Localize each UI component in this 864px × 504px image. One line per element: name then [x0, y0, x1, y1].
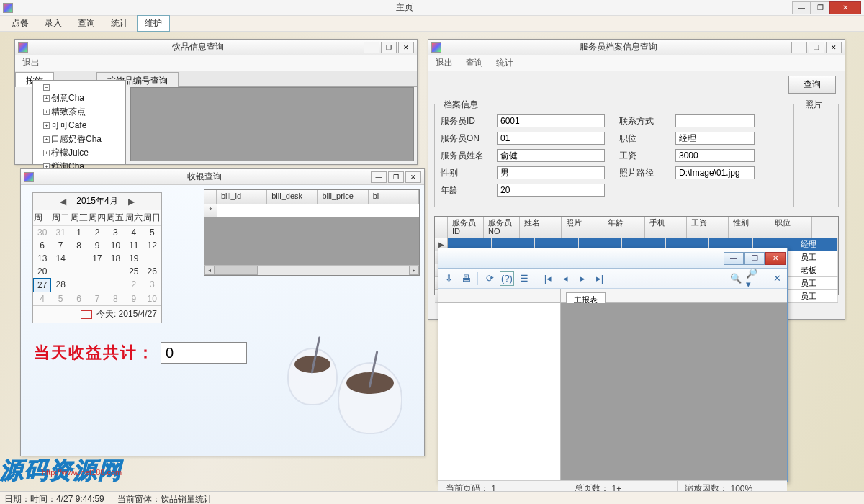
- tree-expander-icon[interactable]: +: [43, 150, 50, 156]
- input-waiter-on[interactable]: [497, 132, 605, 145]
- tree-item[interactable]: +创意Cha: [36, 91, 122, 105]
- input-waiter-id[interactable]: [497, 114, 605, 127]
- column-header[interactable]: 性别: [729, 217, 770, 238]
- input-waiter-name[interactable]: [497, 149, 605, 162]
- menu-统计[interactable]: 统计: [104, 16, 135, 31]
- report-tree-pane[interactable]: [438, 303, 561, 480]
- close-button[interactable]: ✕: [405, 171, 421, 183]
- input-contact[interactable]: [675, 114, 755, 127]
- close-button[interactable]: ✕: [826, 42, 842, 53]
- calendar-day[interactable]: [88, 278, 106, 292]
- calendar-day[interactable]: 19: [125, 252, 143, 265]
- calendar-day[interactable]: 10: [107, 239, 125, 252]
- calendar-day[interactable]: 20: [33, 265, 51, 278]
- maximize-button[interactable]: ❐: [811, 1, 829, 14]
- menu-统计[interactable]: 统计: [493, 55, 516, 71]
- calendar-day[interactable]: 6: [70, 292, 88, 305]
- calendar-day[interactable]: 9: [125, 292, 143, 305]
- close-button[interactable]: ✕: [765, 252, 786, 265]
- menu-退出[interactable]: 退出: [433, 55, 456, 71]
- help-icon[interactable]: (?): [500, 271, 514, 286]
- calendar-day[interactable]: 12: [143, 239, 161, 252]
- menu-exit[interactable]: 退出: [19, 55, 42, 71]
- minimize-button[interactable]: —: [371, 171, 387, 183]
- calendar-day[interactable]: [70, 252, 88, 265]
- column-header[interactable]: 照片: [562, 217, 603, 238]
- calendar-day[interactable]: 7: [51, 239, 69, 252]
- column-header[interactable]: 姓名: [520, 217, 562, 238]
- close-button[interactable]: ✕: [398, 42, 414, 53]
- menu-录入[interactable]: 录入: [37, 16, 69, 31]
- last-page-icon[interactable]: ▸|: [593, 271, 607, 286]
- calendar-day[interactable]: [107, 265, 125, 278]
- calendar-day[interactable]: 18: [107, 252, 125, 265]
- calendar-day[interactable]: 11: [125, 239, 143, 252]
- prev-month-button[interactable]: ◀: [55, 197, 71, 207]
- first-page-icon[interactable]: |◂: [541, 271, 555, 286]
- tree-item[interactable]: +精致茶点: [36, 105, 122, 119]
- minimize-button[interactable]: —: [724, 252, 744, 265]
- tree-item[interactable]: +口感奶香Cha: [36, 132, 122, 146]
- date-picker-calendar[interactable]: ◀ 2015年4月 ▶ 周一周二周三周四周五周六周日 3031123456789…: [32, 192, 162, 323]
- column-header[interactable]: bill_id: [217, 190, 267, 204]
- input-age[interactable]: [497, 184, 605, 197]
- group-tree-icon[interactable]: ☰: [517, 271, 531, 286]
- tree-item[interactable]: +柠檬Juice: [36, 146, 122, 160]
- tree-item[interactable]: +可可Cafe: [36, 119, 122, 132]
- column-header[interactable]: bill_price: [318, 190, 368, 204]
- input-gender[interactable]: [497, 166, 605, 179]
- calendar-day[interactable]: 25: [125, 265, 143, 278]
- minimize-button[interactable]: —: [364, 42, 379, 53]
- calendar-day[interactable]: [70, 265, 88, 278]
- calendar-day[interactable]: 26: [143, 265, 161, 278]
- calendar-day[interactable]: 4: [125, 226, 143, 239]
- column-header[interactable]: 服务员NO: [484, 217, 520, 238]
- calendar-day[interactable]: 6: [33, 239, 51, 252]
- scroll-right-button[interactable]: ▸: [409, 266, 419, 275]
- search-icon[interactable]: 🔍: [729, 271, 743, 286]
- horizontal-scrollbar[interactable]: ◂ ▸: [204, 265, 419, 275]
- drink-grid-empty[interactable]: [130, 87, 414, 161]
- input-salary[interactable]: [675, 149, 755, 162]
- column-header[interactable]: 年龄: [603, 217, 645, 238]
- column-header[interactable]: bill_desk: [267, 190, 318, 204]
- tree-expander-icon[interactable]: +: [43, 122, 50, 129]
- calendar-day[interactable]: 27: [33, 278, 51, 292]
- calendar-day[interactable]: 2: [125, 278, 143, 292]
- calendar-day[interactable]: 7: [88, 292, 106, 305]
- close-pane-icon[interactable]: ✕: [770, 271, 784, 286]
- column-header[interactable]: 服务员ID: [448, 217, 484, 238]
- column-header[interactable]: 职位: [770, 217, 812, 238]
- calendar-day[interactable]: 28: [51, 278, 69, 292]
- calendar-day[interactable]: 14: [51, 252, 69, 265]
- calendar-day[interactable]: 3: [143, 278, 161, 292]
- print-icon[interactable]: 🖶: [459, 271, 473, 286]
- next-page-icon[interactable]: ▸: [575, 271, 590, 286]
- calendar-day[interactable]: 3: [107, 226, 125, 239]
- maximize-button[interactable]: ❐: [388, 171, 404, 183]
- column-header[interactable]: bi: [369, 190, 419, 204]
- minimize-button[interactable]: —: [792, 1, 811, 14]
- calendar-day[interactable]: [88, 265, 106, 278]
- calendar-day[interactable]: 8: [70, 239, 88, 252]
- scroll-left-button[interactable]: ◂: [204, 266, 215, 275]
- calendar-day[interactable]: 17: [88, 252, 106, 265]
- menu-点餐[interactable]: 点餐: [4, 16, 36, 31]
- calendar-day[interactable]: [70, 278, 88, 292]
- export-icon[interactable]: ⇩: [441, 271, 456, 286]
- tree-expander-icon[interactable]: +: [43, 136, 50, 143]
- calendar-day[interactable]: 5: [143, 226, 161, 239]
- menu-维护[interactable]: 维护: [137, 15, 170, 32]
- tree-expander-icon[interactable]: +: [43, 109, 50, 115]
- close-button[interactable]: ✕: [829, 1, 861, 14]
- today-label[interactable]: 今天: 2015/4/27: [96, 308, 157, 320]
- calendar-day[interactable]: 31: [51, 226, 69, 239]
- calendar-day[interactable]: [107, 278, 125, 292]
- calendar-day[interactable]: 8: [107, 292, 125, 305]
- menu-查询[interactable]: 查询: [463, 55, 486, 71]
- drink-category-tree[interactable]: −+创意Cha+精致茶点+可可Cafe+口感奶香Cha+柠檬Juice+鲜泡Ch…: [32, 80, 126, 165]
- calendar-day[interactable]: 13: [33, 252, 51, 265]
- column-header[interactable]: 手机: [645, 217, 687, 238]
- input-photo-path[interactable]: [675, 166, 755, 179]
- tree-expander-icon[interactable]: +: [43, 95, 50, 102]
